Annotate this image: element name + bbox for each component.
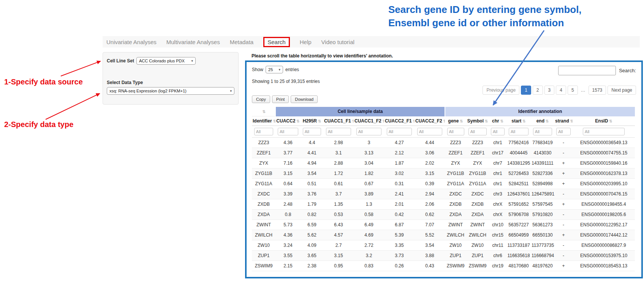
table-cell: 4.69	[354, 230, 384, 240]
table-cell: 2.06	[415, 199, 445, 210]
page-length-select[interactable]: 25 ▾	[266, 66, 283, 73]
table-cell: ZSWIM9	[445, 261, 466, 271]
table-cell: 0.67	[354, 179, 384, 189]
filter-input-gene[interactable]	[447, 128, 464, 135]
table-cell: 4.57	[323, 230, 354, 240]
column-header-cuacc1-f1[interactable]: CUACC1_F1⇅	[323, 116, 354, 126]
sort-icon: ⇅	[460, 119, 463, 123]
cell-line-set-label: Cell Line Set	[107, 58, 134, 64]
table-cell: 3.88	[415, 251, 445, 261]
column-header-chr[interactable]: chr⇅	[489, 116, 506, 126]
column-header-cuacc2-f2[interactable]: CUACC2_F2⇅	[415, 116, 445, 126]
table-cell: 3.15	[323, 251, 354, 261]
table-cell: 4.44	[415, 138, 445, 148]
page-button-4[interactable]: 4	[556, 86, 566, 95]
column-header-symbol[interactable]: Symbol⇅	[466, 116, 489, 126]
column-header-h295r[interactable]: H295R⇅	[301, 116, 323, 126]
nav-item-multivariate-analyses[interactable]: Multivariate Analyses	[166, 39, 220, 45]
page-button-3[interactable]: 3	[544, 86, 555, 95]
show-label: Show	[252, 67, 263, 72]
nav-item-search[interactable]: Search	[263, 37, 290, 47]
search-annotation-line2: Ensembl gene id or other information	[388, 16, 624, 30]
filter-input-h295r[interactable]	[303, 128, 321, 135]
page-button-1[interactable]: 1	[521, 86, 531, 95]
filter-input-chr[interactable]	[491, 128, 505, 135]
table-cell: ZYG11A	[252, 179, 275, 189]
table-cell: 3.35	[384, 240, 415, 251]
column-header-identifier[interactable]: Identifier⇅	[252, 116, 275, 126]
next-page-button[interactable]: Next page	[608, 86, 636, 95]
data-type-select[interactable]: xsq: RNA-seq Expression (log2 FPKM+1) ▾	[107, 87, 234, 95]
filter-input-cuacc2[interactable]	[278, 128, 298, 135]
column-header-cuacc2[interactable]: CUACC2⇅	[275, 116, 301, 126]
table-cell: ZYX	[466, 158, 489, 168]
table-cell: ENSG00000159840.16	[573, 158, 635, 168]
column-header-cuacc2-f1[interactable]: CUACC2_F1⇅	[384, 116, 415, 126]
table-cell: 3.04	[354, 158, 384, 168]
table-row: ZYX7.164.942.883.041.872.02ZYXZYXchr7143…	[252, 158, 635, 168]
table-cell: 57910820	[531, 210, 554, 220]
table-cell: 2.01	[384, 199, 415, 210]
table-cell: -	[554, 138, 573, 148]
cell-line-set-select[interactable]: ACC Colorado plus PDX ▾	[136, 57, 196, 65]
nav-item-video-tutorial[interactable]: Video tutorial	[321, 39, 354, 45]
column-header-strand[interactable]: strand⇅	[554, 116, 573, 126]
table-cell: ZUP1	[252, 251, 275, 261]
table-cell: 2.12	[384, 148, 415, 158]
download-button[interactable]: Download	[291, 95, 318, 103]
table-cell: 3.55	[275, 251, 301, 261]
filter-input-strand[interactable]	[556, 128, 571, 135]
search-area: Search:	[558, 66, 636, 75]
table-cell: 113733187	[506, 240, 531, 251]
page-button-2[interactable]: 2	[533, 86, 543, 95]
search-input[interactable]	[558, 66, 616, 75]
table-cell: 6.49	[354, 220, 384, 230]
filter-cell	[384, 126, 415, 138]
table-cell: ZW10	[466, 240, 489, 251]
sort-icon[interactable]: ⇅	[263, 110, 266, 114]
table-cell: ENSG00000074755.15	[573, 148, 635, 158]
column-header-ensid[interactable]: EnsID⇅	[573, 116, 635, 126]
filter-input-identifier[interactable]	[254, 128, 273, 135]
column-header-start[interactable]: start⇅	[506, 116, 531, 126]
column-header-gene[interactable]: gene⇅	[445, 116, 466, 126]
print-button[interactable]: Print	[272, 95, 289, 103]
column-header-end[interactable]: end⇅	[531, 116, 554, 126]
table-cell: 3.15	[415, 168, 445, 179]
table-cell: -	[554, 148, 573, 158]
nav-item-help[interactable]: Help	[300, 39, 312, 45]
nav-item-univariate-analyses[interactable]: Univariate Analyses	[106, 39, 157, 45]
page-button-5[interactable]: 5	[568, 86, 578, 95]
table-cell: chr1	[489, 179, 506, 189]
table-cell: ENSG00000198455.4	[573, 199, 635, 210]
table-cell: ZXDB	[466, 199, 489, 210]
filter-cell	[354, 126, 384, 138]
filter-input-cuacc2-f1[interactable]	[387, 128, 412, 135]
filter-input-ensid[interactable]	[583, 128, 625, 135]
filter-input-start[interactable]	[509, 128, 528, 135]
column-header-cuacc1-f2[interactable]: CUACC1_F2⇅	[354, 116, 384, 126]
table-cell: ZWILCH	[252, 230, 275, 240]
sort-icon: ⇅	[485, 119, 488, 123]
table-cell: 5.52	[415, 230, 445, 240]
table-cell: 0.8	[275, 210, 301, 220]
filter-input-end[interactable]	[533, 128, 552, 135]
sort-icon: ⇅	[500, 119, 503, 123]
table-cell: ZUP1	[466, 251, 489, 261]
previous-page-button[interactable]: Previous page	[483, 86, 519, 95]
sort-icon: ⇅	[318, 119, 321, 123]
table-cell: 3.77	[275, 148, 301, 158]
nav-item-metadata[interactable]: Metadata	[230, 39, 254, 45]
copy-button[interactable]: Copy	[252, 95, 270, 103]
filter-input-symbol[interactable]	[468, 128, 487, 135]
filter-input-cuacc1-f2[interactable]	[356, 128, 382, 135]
table-cell: ZZZ3	[445, 138, 466, 148]
red-arrow-step1	[61, 61, 100, 76]
table-cell: chr1	[489, 168, 506, 179]
page-button-1573[interactable]: 1573	[589, 86, 606, 95]
table-cell: 5.73	[275, 220, 301, 230]
filter-input-cuacc2-f2[interactable]	[417, 128, 443, 135]
table-cell: +	[554, 261, 573, 271]
filter-input-cuacc1-f1[interactable]	[326, 128, 351, 135]
table-cell: 1.79	[301, 199, 323, 210]
